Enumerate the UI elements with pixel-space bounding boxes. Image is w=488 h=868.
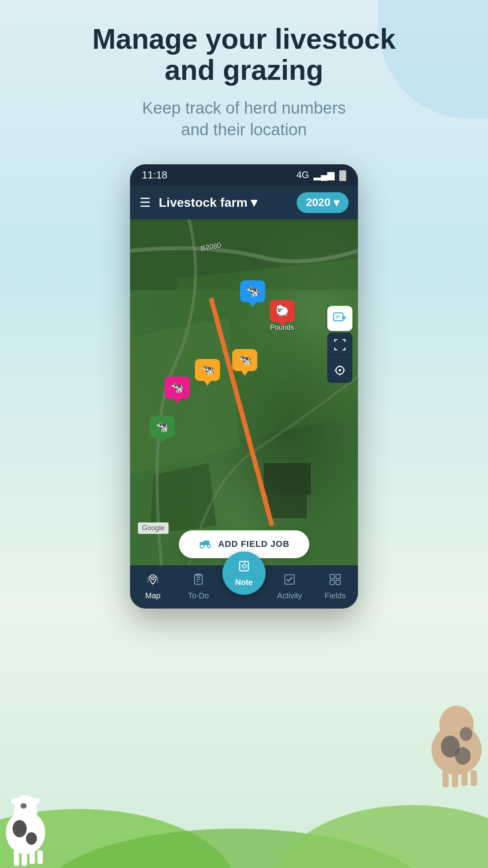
activity-nav-icon (283, 573, 296, 589)
tractor-icon (198, 537, 213, 551)
marker-pink-cow[interactable]: 🐄 (165, 377, 190, 399)
map-control-group (327, 333, 352, 383)
nav-item-map[interactable]: Map (130, 565, 176, 609)
header-section: Manage your livestock and grazing Keep t… (0, 0, 488, 156)
farm-name-dropdown[interactable]: Livestock farm ▾ (159, 195, 289, 210)
year-selector[interactable]: 2020 ▾ (297, 192, 349, 213)
svg-rect-27 (264, 463, 311, 495)
svg-rect-56 (336, 574, 340, 579)
marker-bubble-pink: 🐄 (165, 377, 190, 399)
battery-icon: ▓ (339, 169, 347, 180)
note-fab-button[interactable]: Note (222, 552, 266, 595)
marker-bubble-red: 🐑 (270, 300, 295, 322)
note-fab-icon (237, 559, 251, 576)
status-bar: 11:18 4G ▂▄▆ ▓ (130, 164, 358, 186)
svg-point-7 (31, 798, 40, 804)
svg-point-14 (20, 803, 27, 809)
svg-rect-9 (22, 850, 27, 866)
bottom-nav: Map To-Do (130, 565, 358, 609)
year-chevron: ▾ (334, 196, 339, 209)
fields-nav-icon (329, 573, 341, 589)
svg-point-2 (275, 805, 488, 868)
marker-bubble-green: 🐄 (150, 416, 175, 438)
marker-bubble-blue: 🐄 (240, 280, 265, 302)
svg-rect-8 (14, 850, 19, 866)
svg-point-44 (207, 544, 210, 548)
svg-point-18 (455, 747, 471, 765)
nav-label-map: Map (145, 591, 161, 600)
svg-rect-30 (334, 313, 343, 321)
svg-point-36 (339, 369, 341, 371)
nav-label-fields: Fields (325, 591, 345, 600)
green-hills-decoration (0, 750, 488, 868)
svg-point-46 (152, 577, 154, 580)
map-controls (327, 306, 352, 383)
page-subtitle: Keep track of herd numbers and their loc… (39, 97, 449, 140)
status-time: 11:18 (142, 169, 167, 181)
fullscreen-button[interactable] (327, 333, 352, 358)
network-indicator: 4G (296, 169, 309, 180)
marker-yellow-cow-1[interactable]: 🐄 (195, 359, 220, 381)
nav-label-activity: Activity (277, 591, 302, 600)
map-fields-overlay (130, 219, 358, 565)
svg-rect-55 (330, 574, 334, 579)
decorative-cow-left (0, 782, 51, 868)
google-watermark: Google (138, 522, 169, 534)
signal-icon: ▂▄▆ (314, 169, 334, 180)
marker-red-cow[interactable]: 🐑 Pounds (270, 300, 295, 332)
add-field-button[interactable] (327, 306, 352, 331)
note-fab-label: Note (235, 578, 253, 587)
locate-button[interactable] (327, 358, 352, 383)
add-field-job-label: ADD FIELD JOB (218, 539, 290, 549)
nav-item-fields[interactable]: Fields (312, 565, 358, 609)
decorative-cow-right (425, 691, 488, 789)
svg-rect-57 (330, 580, 334, 585)
svg-rect-10 (29, 850, 35, 864)
svg-rect-58 (336, 580, 340, 585)
svg-rect-11 (37, 850, 43, 864)
svg-point-12 (13, 820, 27, 837)
nav-label-todo: To-Do (188, 591, 209, 600)
nav-item-todo[interactable]: To-Do (176, 565, 221, 609)
marker-yellow-cow-2[interactable]: 🐄 (232, 349, 257, 371)
svg-rect-22 (461, 770, 468, 786)
marker-bubble-yellow-1: 🐄 (195, 359, 220, 381)
svg-rect-21 (452, 770, 458, 787)
svg-rect-28 (268, 495, 307, 518)
marker-green-cow[interactable]: 🐄 (150, 416, 175, 438)
nav-item-activity[interactable]: Activity (267, 565, 312, 609)
farm-name-chevron: ▾ (251, 195, 257, 210)
svg-point-6 (11, 798, 20, 804)
phone-mockup: 11:18 4G ▂▄▆ ▓ ☰ Livestock farm ▾ 2020 ▾ (130, 164, 358, 609)
status-right: 4G ▂▄▆ ▓ (296, 169, 346, 180)
svg-rect-23 (471, 770, 477, 786)
marker-bubble-yellow-2: 🐄 (232, 349, 257, 371)
app-bar: ☰ Livestock farm ▾ 2020 ▾ (130, 186, 358, 219)
todo-nav-icon (192, 573, 205, 589)
phone-frame: 11:18 4G ▂▄▆ ▓ ☰ Livestock farm ▾ 2020 ▾ (130, 164, 358, 609)
page-title: Manage your livestock and grazing (39, 24, 449, 86)
marker-blue-cow[interactable]: 🐄 (240, 280, 265, 302)
menu-icon[interactable]: ☰ (139, 195, 151, 210)
svg-point-19 (460, 727, 472, 741)
year-label: 2020 (306, 196, 330, 209)
svg-rect-20 (442, 770, 449, 787)
svg-point-13 (26, 832, 37, 845)
farm-name-label: Livestock farm (159, 195, 248, 210)
map-view[interactable]: B2080 🐄 🐑 Pounds 🐄 🐄 🐄 (130, 219, 358, 565)
map-nav-icon (146, 573, 160, 589)
